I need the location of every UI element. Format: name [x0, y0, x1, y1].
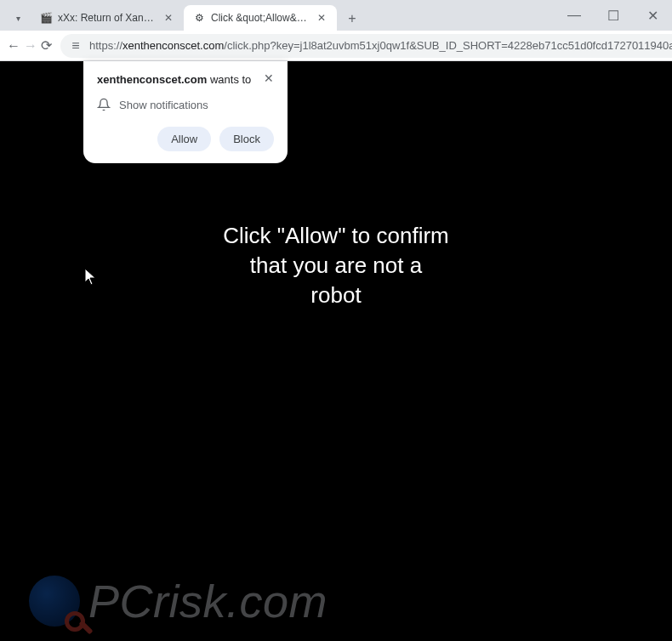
- magnifier-icon: [29, 576, 80, 627]
- new-tab-button[interactable]: +: [340, 7, 364, 31]
- arrow-left-icon: ←: [7, 38, 20, 54]
- window-close-button[interactable]: ✕: [633, 0, 672, 31]
- maximize-button[interactable]: ☐: [594, 0, 633, 31]
- favicon-icon: ⚙: [192, 11, 206, 25]
- site-settings-icon[interactable]: ≡: [69, 39, 83, 53]
- url-scheme: https://: [89, 39, 122, 52]
- notification-permission-label: Show notifications: [119, 99, 208, 111]
- favicon-icon: 🎬: [39, 11, 53, 25]
- notification-close-button[interactable]: ✕: [264, 71, 274, 85]
- close-icon[interactable]: ✕: [162, 11, 175, 25]
- bell-icon: [97, 98, 111, 111]
- tab-active[interactable]: ⚙ Click &quot;Allow&quot; ✕: [184, 5, 337, 31]
- watermark-text: PCrisk.com: [88, 575, 327, 627]
- chevron-down-icon: ▾: [16, 14, 20, 23]
- watermark-risk: risk.com: [153, 576, 327, 627]
- forward-button[interactable]: →: [24, 34, 37, 58]
- browser-titlebar: ▾ 🎬 xXx: Return of Xander Cage : 1… ✕ ⚙ …: [0, 0, 672, 31]
- reload-icon: ⟳: [41, 37, 52, 54]
- tab-inactive[interactable]: 🎬 xXx: Return of Xander Cage : 1… ✕: [31, 5, 184, 31]
- page-heading: Click "Allow" to confirm that you are no…: [0, 221, 672, 310]
- browser-toolbar: ← → ⟳ ≡ https://xenthenconscet.com/click…: [0, 31, 672, 61]
- heading-line: Click "Allow" to confirm: [0, 221, 672, 251]
- window-controls: — ☐ ✕: [555, 0, 672, 31]
- close-icon: ✕: [264, 71, 274, 85]
- allow-button[interactable]: Allow: [157, 127, 211, 151]
- notification-wants-to: wants to: [207, 73, 251, 86]
- heading-line: robot: [0, 281, 672, 310]
- notification-permission-prompt: xenthenconscet.com wants to ✕ Show notif…: [83, 61, 288, 163]
- arrow-right-icon: →: [24, 38, 37, 54]
- block-button[interactable]: Block: [219, 127, 274, 151]
- notification-site: xenthenconscet.com: [97, 73, 207, 86]
- close-icon[interactable]: ✕: [315, 11, 328, 25]
- notification-title: xenthenconscet.com wants to: [97, 73, 251, 86]
- address-bar[interactable]: ≡ https://xenthenconscet.com/click.php?k…: [60, 34, 672, 58]
- watermark: PCrisk.com: [29, 575, 327, 627]
- back-button[interactable]: ←: [7, 34, 20, 58]
- heading-line: that you are not a: [0, 251, 672, 281]
- url-text: https://xenthenconscet.com/click.php?key…: [89, 39, 672, 52]
- notification-permission-row: Show notifications: [97, 98, 274, 111]
- minimize-button[interactable]: —: [555, 0, 594, 31]
- reload-button[interactable]: ⟳: [41, 34, 52, 58]
- url-domain: xenthenconscet.com: [122, 39, 224, 52]
- tab-title: Click &quot;Allow&quot;: [211, 12, 310, 24]
- url-path: /click.php?key=j1l8at2uvbm51xj0qw1f&SUB_…: [224, 39, 672, 52]
- tab-title: xXx: Return of Xander Cage : 1…: [58, 12, 157, 24]
- tab-history-button[interactable]: ▾: [5, 5, 31, 31]
- watermark-pc: PC: [88, 576, 153, 627]
